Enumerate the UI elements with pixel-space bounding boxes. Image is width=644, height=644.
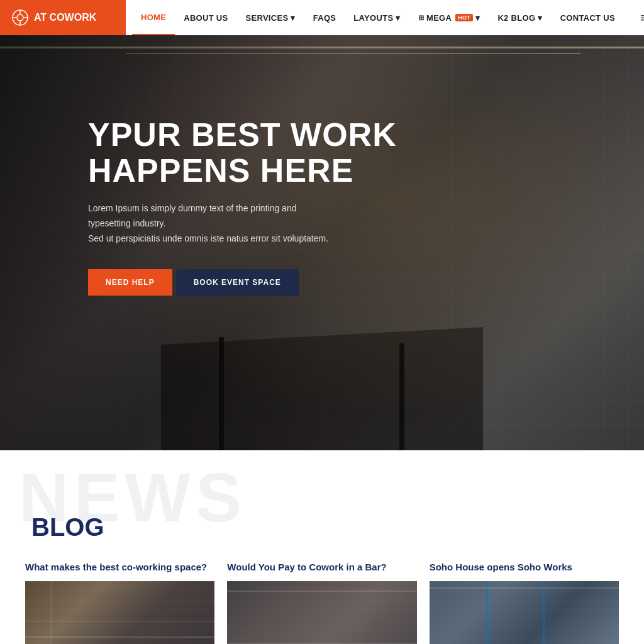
mega-grid-icon: ⊞ <box>418 14 424 22</box>
blog-card-3-image <box>430 581 619 644</box>
hero-section: YPUR BEST WORK HAPPENS HERE Lorem Ipsum … <box>0 35 644 450</box>
blog-card-2: Would You Pay to Cowork in a Bar? <box>227 560 416 644</box>
ceiling-line-2 <box>430 587 619 589</box>
chevron-down-icon: ▾ <box>396 13 400 23</box>
blog-card-1: What makes the best co-working space? <box>25 560 214 644</box>
shelf-line <box>25 636 214 638</box>
book-event-button[interactable]: BOOK EVENT SPACE <box>176 269 299 296</box>
vertical-line-3 <box>265 581 265 644</box>
blog-cards-container: What makes the best co-working space? Wo… <box>25 560 619 644</box>
blog-card-3-title: Soho House opens Soho Works <box>430 560 619 574</box>
blog-card-2-image <box>227 581 416 644</box>
vertical-line <box>50 581 52 644</box>
main-nav: HOME ABOUT US SERVICES ▾ FAQS LAYOUTS ▾ … <box>126 0 630 35</box>
logo-text: AT COWORK <box>34 12 96 23</box>
header: AT COWORK HOME ABOUT US SERVICES ▾ FAQS … <box>0 0 644 35</box>
nav-layouts[interactable]: LAYOUTS ▾ <box>345 0 409 35</box>
hamburger-button[interactable]: ≡ <box>630 11 644 25</box>
hero-content: YPUR BEST WORK HAPPENS HERE Lorem Ipsum … <box>0 35 644 296</box>
nav-contact[interactable]: CONTACT US <box>552 0 624 35</box>
svg-point-1 <box>17 14 23 21</box>
nav-k2blog[interactable]: K2 BLOG ▾ <box>489 0 551 35</box>
nav-mega[interactable]: ⊞ MEGA HOT ▾ <box>409 0 489 35</box>
blog-card-2-title: Would You Pay to Cowork in a Bar? <box>227 560 416 574</box>
hero-title: YPUR BEST WORK HAPPENS HERE <box>88 117 415 189</box>
chevron-down-icon: ▾ <box>291 13 295 23</box>
blog-card-1-image <box>25 581 214 644</box>
hero-subtitle: Lorem Ipsum is simply dummy text of the … <box>88 201 340 246</box>
bar-line-2 <box>227 591 416 592</box>
vertical-line-2 <box>82 581 82 644</box>
chevron-down-icon: ▾ <box>475 13 480 23</box>
shelf-line-2 <box>25 621 214 622</box>
blue-stripe <box>486 581 488 644</box>
blue-stripe-2 <box>543 581 545 644</box>
hot-badge: HOT <box>455 14 473 21</box>
blog-card-3: Soho House opens Soho Works <box>430 560 619 644</box>
blog-card-1-title: What makes the best co-working space? <box>25 560 214 574</box>
nav-services[interactable]: SERVICES ▾ <box>237 0 304 35</box>
blog-section: NEWS BLOG What makes the best co-working… <box>0 450 644 644</box>
logo[interactable]: AT COWORK <box>0 0 126 35</box>
nav-home[interactable]: HOME <box>132 0 175 35</box>
need-help-button[interactable]: NEED HELP <box>88 269 172 296</box>
blog-section-title: BLOG <box>31 513 619 541</box>
hero-buttons: NEED HELP BOOK EVENT SPACE <box>88 269 644 296</box>
logo-icon <box>11 9 29 26</box>
nav-faqs[interactable]: FAQS <box>304 0 345 35</box>
nav-about[interactable]: ABOUT US <box>175 0 236 35</box>
chevron-down-icon: ▾ <box>538 13 542 23</box>
